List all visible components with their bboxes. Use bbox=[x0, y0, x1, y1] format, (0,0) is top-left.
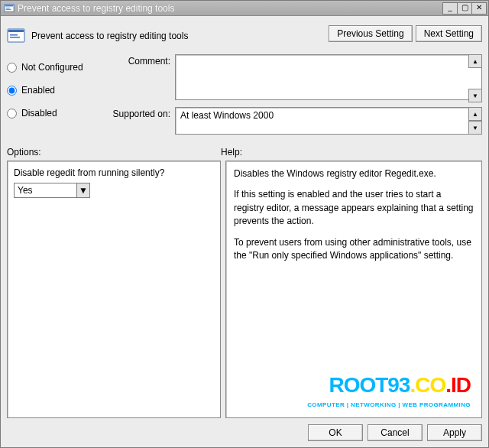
policy-icon bbox=[7, 27, 25, 45]
supported-label: Supported on: bbox=[106, 107, 175, 119]
svg-rect-6 bbox=[10, 34, 18, 36]
previous-setting-button[interactable]: Previous Setting bbox=[329, 25, 412, 42]
watermark-brand: ROOT93.CO.ID bbox=[307, 370, 471, 401]
supported-on-value: At least Windows 2000 bbox=[175, 107, 482, 135]
help-paragraph: To prevent users from using other admini… bbox=[234, 236, 474, 263]
state-radio-group: Not Configured Enabled Disabled bbox=[7, 54, 106, 139]
comment-input[interactable] bbox=[175, 54, 482, 100]
svg-rect-7 bbox=[10, 37, 20, 38]
option-disable-silent-combo[interactable]: Yes ▼ bbox=[14, 183, 90, 198]
minimize-button[interactable]: _ bbox=[442, 2, 458, 15]
radio-disabled-label: Disabled bbox=[21, 108, 57, 118]
supported-scroll-down-icon[interactable]: ▼ bbox=[468, 121, 482, 135]
comment-scroll-down-icon[interactable]: ▼ bbox=[468, 89, 482, 102]
radio-not-configured[interactable]: Not Configured bbox=[7, 62, 106, 73]
svg-rect-3 bbox=[6, 8, 11, 9]
svg-rect-5 bbox=[8, 30, 24, 32]
help-pane: Disables the Windows registry editor Reg… bbox=[225, 161, 482, 418]
radio-disabled-input[interactable] bbox=[7, 109, 17, 118]
comment-scroll-up-icon[interactable]: ▲ bbox=[468, 54, 482, 68]
chevron-down-icon[interactable]: ▼ bbox=[76, 183, 90, 198]
option-disable-silent-label: Disable regedit from running silently? bbox=[14, 167, 214, 178]
maximize-button[interactable]: ▢ bbox=[457, 2, 472, 15]
watermark-tagline: COMPUTER | NETWORKING | WEB PROGRAMMING bbox=[307, 401, 471, 410]
title-bar[interactable]: Prevent access to registry editing tools… bbox=[1, 1, 488, 16]
next-setting-button[interactable]: Next Setting bbox=[416, 25, 482, 42]
watermark: ROOT93.CO.ID COMPUTER | NETWORKING | WEB… bbox=[307, 370, 471, 410]
apply-button[interactable]: Apply bbox=[427, 424, 482, 441]
svg-rect-2 bbox=[6, 8, 10, 8]
supported-scroll-up-icon[interactable]: ▲ bbox=[468, 107, 482, 121]
close-button[interactable]: ✕ bbox=[471, 2, 487, 15]
options-pane: Disable regedit from running silently? Y… bbox=[7, 161, 221, 418]
window-title: Prevent access to registry editing tools bbox=[18, 3, 442, 14]
app-icon bbox=[4, 3, 15, 14]
dialog-button-row: OK Cancel Apply bbox=[7, 418, 482, 441]
help-paragraph: Disables the Windows registry editor Reg… bbox=[234, 167, 474, 180]
option-disable-silent-value[interactable]: Yes bbox=[14, 183, 76, 198]
ok-button[interactable]: OK bbox=[308, 424, 363, 441]
help-paragraph: If this setting is enabled and the user … bbox=[234, 188, 474, 228]
radio-enabled-label: Enabled bbox=[21, 85, 55, 96]
options-section-label: Options: bbox=[7, 147, 221, 157]
help-section-label: Help: bbox=[221, 147, 482, 157]
window-controls: _ ▢ ✕ bbox=[442, 2, 487, 15]
radio-not-configured-label: Not Configured bbox=[21, 62, 83, 73]
comment-label: Comment: bbox=[106, 54, 175, 67]
radio-enabled-input[interactable] bbox=[7, 86, 17, 96]
client-area: Prevent access to registry editing tools… bbox=[1, 16, 488, 447]
radio-disabled[interactable]: Disabled bbox=[7, 108, 106, 118]
cancel-button[interactable]: Cancel bbox=[368, 424, 423, 441]
svg-rect-1 bbox=[5, 5, 14, 6]
policy-editor-window: Prevent access to registry editing tools… bbox=[0, 0, 489, 448]
radio-not-configured-input[interactable] bbox=[7, 63, 17, 73]
policy-name: Prevent access to registry editing tools bbox=[31, 31, 188, 41]
radio-enabled[interactable]: Enabled bbox=[7, 85, 106, 96]
